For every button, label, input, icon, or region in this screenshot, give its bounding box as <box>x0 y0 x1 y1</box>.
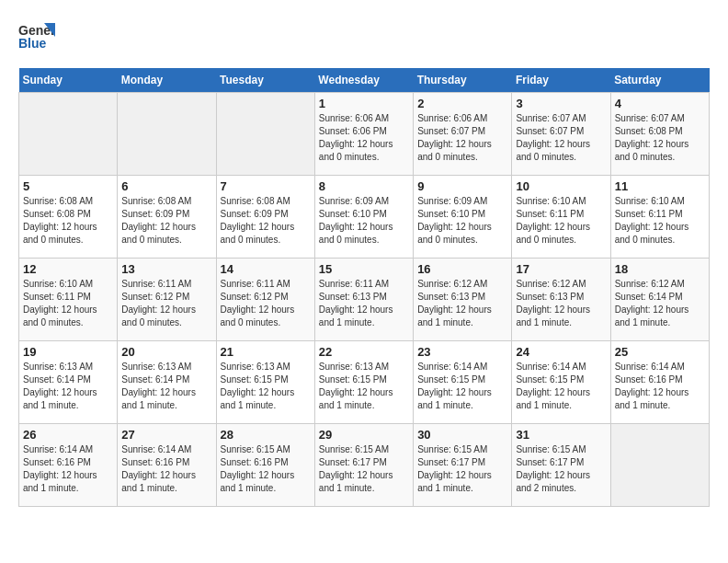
calendar-cell: 16Sunrise: 6:12 AM Sunset: 6:13 PM Dayli… <box>414 259 512 341</box>
calendar-cell: 5Sunrise: 6:08 AM Sunset: 6:08 PM Daylig… <box>19 176 118 259</box>
day-number: 1 <box>319 97 409 110</box>
day-info: Sunrise: 6:12 AM Sunset: 6:13 PM Dayligh… <box>417 278 507 329</box>
day-info: Sunrise: 6:14 AM Sunset: 6:15 PM Dayligh… <box>417 361 507 412</box>
day-number: 9 <box>417 179 507 193</box>
day-info: Sunrise: 6:10 AM Sunset: 6:11 PM Dayligh… <box>615 195 705 247</box>
page-header: General Blue <box>18 18 710 59</box>
day-info: Sunrise: 6:15 AM Sunset: 6:17 PM Dayligh… <box>417 443 507 495</box>
calendar-week-row: 1Sunrise: 6:06 AM Sunset: 6:06 PM Daylig… <box>19 93 710 176</box>
day-info: Sunrise: 6:14 AM Sunset: 6:15 PM Dayligh… <box>516 361 606 412</box>
day-info: Sunrise: 6:13 AM Sunset: 6:14 PM Dayligh… <box>121 361 211 412</box>
calendar-week-row: 19Sunrise: 6:13 AM Sunset: 6:14 PM Dayli… <box>19 341 710 424</box>
calendar-cell <box>19 93 118 176</box>
day-info: Sunrise: 6:14 AM Sunset: 6:16 PM Dayligh… <box>121 443 211 495</box>
day-info: Sunrise: 6:15 AM Sunset: 6:17 PM Dayligh… <box>319 443 409 495</box>
day-number: 12 <box>23 262 113 276</box>
day-number: 31 <box>516 428 606 442</box>
calendar-cell: 4Sunrise: 6:07 AM Sunset: 6:08 PM Daylig… <box>610 93 709 176</box>
calendar-week-row: 12Sunrise: 6:10 AM Sunset: 6:11 PM Dayli… <box>19 259 710 341</box>
day-info: Sunrise: 6:10 AM Sunset: 6:11 PM Dayligh… <box>23 278 113 329</box>
calendar-cell: 20Sunrise: 6:13 AM Sunset: 6:14 PM Dayli… <box>118 341 216 424</box>
day-info: Sunrise: 6:15 AM Sunset: 6:16 PM Dayligh… <box>221 443 311 495</box>
calendar-cell <box>610 424 709 507</box>
day-number: 24 <box>516 345 606 359</box>
day-info: Sunrise: 6:06 AM Sunset: 6:06 PM Dayligh… <box>319 112 409 164</box>
day-number: 13 <box>121 262 211 276</box>
calendar-cell: 24Sunrise: 6:14 AM Sunset: 6:15 PM Dayli… <box>512 341 610 424</box>
calendar-cell: 26Sunrise: 6:14 AM Sunset: 6:16 PM Dayli… <box>19 424 118 507</box>
calendar-cell: 6Sunrise: 6:08 AM Sunset: 6:09 PM Daylig… <box>118 176 216 259</box>
day-number: 20 <box>121 345 211 359</box>
weekday-header-thursday: Thursday <box>414 68 512 93</box>
calendar-week-row: 5Sunrise: 6:08 AM Sunset: 6:08 PM Daylig… <box>19 176 710 259</box>
calendar-cell: 19Sunrise: 6:13 AM Sunset: 6:14 PM Dayli… <box>19 341 118 424</box>
svg-text:Blue: Blue <box>18 36 47 51</box>
day-number: 28 <box>221 428 311 442</box>
day-number: 27 <box>121 428 211 442</box>
calendar-cell: 12Sunrise: 6:10 AM Sunset: 6:11 PM Dayli… <box>19 259 118 341</box>
day-number: 21 <box>221 345 311 359</box>
calendar-cell: 28Sunrise: 6:15 AM Sunset: 6:16 PM Dayli… <box>216 424 314 507</box>
day-number: 10 <box>516 179 606 193</box>
calendar-cell: 17Sunrise: 6:12 AM Sunset: 6:13 PM Dayli… <box>512 259 610 341</box>
day-info: Sunrise: 6:07 AM Sunset: 6:08 PM Dayligh… <box>615 112 705 164</box>
day-number: 11 <box>615 179 705 193</box>
day-number: 4 <box>615 97 705 110</box>
day-info: Sunrise: 6:11 AM Sunset: 6:12 PM Dayligh… <box>121 278 211 329</box>
day-info: Sunrise: 6:13 AM Sunset: 6:15 PM Dayligh… <box>221 361 311 412</box>
calendar-cell: 27Sunrise: 6:14 AM Sunset: 6:16 PM Dayli… <box>118 424 216 507</box>
weekday-header-row: SundayMondayTuesdayWednesdayThursdayFrid… <box>19 68 710 93</box>
calendar-cell: 7Sunrise: 6:08 AM Sunset: 6:09 PM Daylig… <box>216 176 314 259</box>
day-info: Sunrise: 6:08 AM Sunset: 6:09 PM Dayligh… <box>121 195 211 247</box>
day-number: 3 <box>516 97 606 110</box>
day-info: Sunrise: 6:14 AM Sunset: 6:16 PM Dayligh… <box>615 361 705 412</box>
day-number: 16 <box>417 262 507 276</box>
calendar-cell: 18Sunrise: 6:12 AM Sunset: 6:14 PM Dayli… <box>610 259 709 341</box>
day-number: 25 <box>615 345 705 359</box>
calendar-cell: 1Sunrise: 6:06 AM Sunset: 6:06 PM Daylig… <box>314 93 413 176</box>
day-info: Sunrise: 6:12 AM Sunset: 6:14 PM Dayligh… <box>615 278 705 329</box>
day-info: Sunrise: 6:11 AM Sunset: 6:13 PM Dayligh… <box>319 278 409 329</box>
day-info: Sunrise: 6:07 AM Sunset: 6:07 PM Dayligh… <box>516 112 606 164</box>
day-number: 30 <box>417 428 507 442</box>
calendar-week-row: 26Sunrise: 6:14 AM Sunset: 6:16 PM Dayli… <box>19 424 710 507</box>
calendar-cell: 30Sunrise: 6:15 AM Sunset: 6:17 PM Dayli… <box>414 424 512 507</box>
day-info: Sunrise: 6:14 AM Sunset: 6:16 PM Dayligh… <box>23 443 113 495</box>
weekday-header-monday: Monday <box>118 68 216 93</box>
weekday-header-sunday: Sunday <box>19 68 118 93</box>
calendar-cell <box>118 93 216 176</box>
weekday-header-wednesday: Wednesday <box>314 68 413 93</box>
day-number: 5 <box>23 179 113 193</box>
logo-mark: General Blue <box>18 18 55 59</box>
day-info: Sunrise: 6:09 AM Sunset: 6:10 PM Dayligh… <box>319 195 409 247</box>
calendar-cell: 3Sunrise: 6:07 AM Sunset: 6:07 PM Daylig… <box>512 93 610 176</box>
calendar-table: SundayMondayTuesdayWednesdayThursdayFrid… <box>18 68 710 507</box>
day-number: 14 <box>221 262 311 276</box>
day-info: Sunrise: 6:12 AM Sunset: 6:13 PM Dayligh… <box>516 278 606 329</box>
calendar-cell: 23Sunrise: 6:14 AM Sunset: 6:15 PM Dayli… <box>414 341 512 424</box>
calendar-cell: 2Sunrise: 6:06 AM Sunset: 6:07 PM Daylig… <box>414 93 512 176</box>
day-number: 18 <box>615 262 705 276</box>
day-info: Sunrise: 6:13 AM Sunset: 6:15 PM Dayligh… <box>319 361 409 412</box>
day-number: 26 <box>23 428 113 442</box>
day-info: Sunrise: 6:08 AM Sunset: 6:09 PM Dayligh… <box>221 195 311 247</box>
day-number: 15 <box>319 262 409 276</box>
day-number: 19 <box>23 345 113 359</box>
day-info: Sunrise: 6:11 AM Sunset: 6:12 PM Dayligh… <box>221 278 311 329</box>
day-info: Sunrise: 6:06 AM Sunset: 6:07 PM Dayligh… <box>417 112 507 164</box>
calendar-cell: 25Sunrise: 6:14 AM Sunset: 6:16 PM Dayli… <box>610 341 709 424</box>
calendar-cell: 31Sunrise: 6:15 AM Sunset: 6:17 PM Dayli… <box>512 424 610 507</box>
weekday-header-tuesday: Tuesday <box>216 68 314 93</box>
calendar-cell: 13Sunrise: 6:11 AM Sunset: 6:12 PM Dayli… <box>118 259 216 341</box>
logo: General Blue <box>18 18 55 59</box>
day-number: 6 <box>121 179 211 193</box>
day-number: 7 <box>221 179 311 193</box>
weekday-header-friday: Friday <box>512 68 610 93</box>
day-number: 17 <box>516 262 606 276</box>
day-number: 23 <box>417 345 507 359</box>
calendar-cell: 10Sunrise: 6:10 AM Sunset: 6:11 PM Dayli… <box>512 176 610 259</box>
calendar-cell: 22Sunrise: 6:13 AM Sunset: 6:15 PM Dayli… <box>314 341 413 424</box>
day-number: 8 <box>319 179 409 193</box>
day-number: 29 <box>319 428 409 442</box>
day-number: 22 <box>319 345 409 359</box>
